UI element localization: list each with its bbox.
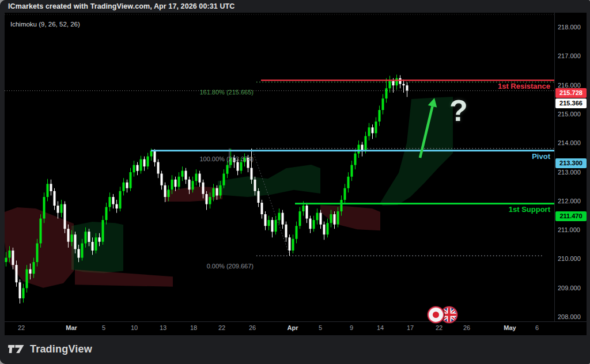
price-tick-label: 210.000 [558,255,585,262]
price-badge: 215.728 [555,88,587,98]
price-tick-label: 216.000 [558,82,585,89]
tradingview-chart-window: ICmarkets created with TradingView.com, … [0,0,590,364]
time-tick-label: 5 [92,324,115,332]
time-tick-label: 14 [369,324,392,332]
time-tick-label: 18 [182,324,205,332]
candlestick-chart[interactable] [5,13,587,335]
question-mark-annotation: ? [441,93,476,128]
price-badge: 213.300 [555,158,587,168]
price-tick-label: 209.000 [558,285,585,291]
japan-flag-icon [429,308,443,322]
ichimoku-cloud-bearish [320,205,380,230]
time-tick-label: 9 [340,324,363,332]
price-axis-separator [554,13,555,321]
price-tick-label: 213.000 [558,169,585,176]
time-tick-label: 26 [241,324,264,332]
tradingview-brand-text: TradingView [30,343,92,355]
price-tick-label: 211.000 [558,226,585,233]
time-tick-label: May [498,324,521,332]
chart-pane[interactable]: Ichimoku (9, 26, 52, 26) 161.80% (215.66… [5,13,587,335]
fib-level-161-label: 161.80% (215.665) [133,89,254,96]
price-tick-label: 218.000 [558,24,585,31]
price-tick-label: 212.000 [558,198,585,204]
time-axis-separator [5,321,587,322]
ichimoku-cloud-bullish [218,165,320,197]
time-tick-label: 22 [428,324,451,332]
chart-title: ICmarkets created with TradingView.com, … [8,2,235,10]
ichimoku-cloud-bullish [71,222,123,273]
resistance-label: 1st Resistance [423,82,550,90]
ichimoku-cloud-bearish [75,270,173,287]
price-tick-label: 214.000 [558,139,585,146]
time-tick-label: Mar [60,324,83,332]
uk-flag-graphic [442,308,456,322]
price-badge: 211.470 [555,211,587,221]
time-tick-label: 22 [210,324,233,332]
tradingview-logo[interactable]: TradingView [7,342,92,357]
title-bar: ICmarkets created with TradingView.com, … [0,0,590,13]
time-tick-label: 26 [455,324,478,332]
price-tick-label: 217.000 [558,52,585,59]
support-label: 1st Support [423,205,550,214]
time-tick-label: 13 [152,324,175,332]
price-badge: 215.366 [555,98,587,108]
indicator-label: Ichimoku (9, 26, 52, 26) [10,21,80,28]
footer-bar: TradingView [0,337,590,364]
fib-level-100-label: 100.00% (213.374) [133,156,254,163]
time-tick-label: 5 [309,324,332,332]
japan-flag-dot [433,312,439,318]
ichimoku-cloud-bearish [5,207,74,288]
time-tick-label: 6 [525,324,549,332]
time-tick-label: Apr [281,324,304,332]
fib-level-0-label: 0.00% (209.667) [133,263,254,270]
time-tick-label: 17 [399,324,422,332]
price-tick-label: 215.000 [558,111,585,117]
pivot-label: Pivot [423,152,550,161]
time-tick-label: 22 [10,324,33,332]
time-tick-label: 10 [123,324,146,332]
price-tick-label: 208.000 [558,313,585,320]
tradingview-logo-icon [7,342,25,357]
uk-flag-icon [442,308,456,322]
